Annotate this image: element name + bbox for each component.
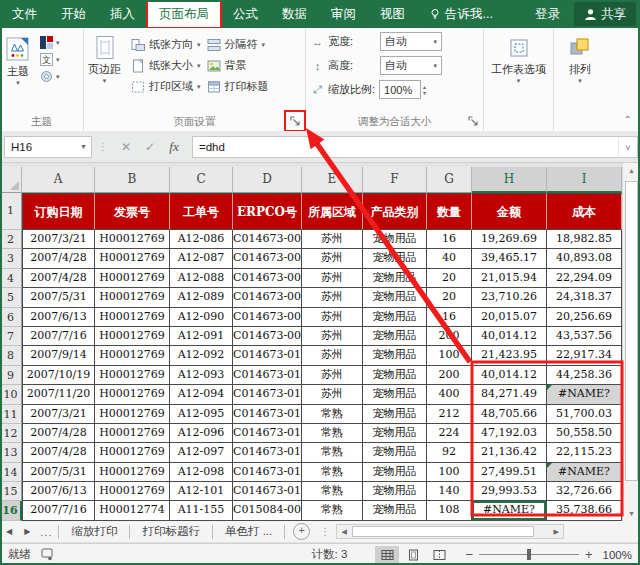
cell-C9[interactable]: A12-093 [170,366,233,385]
cell-F7[interactable]: 宠物用品 [363,327,427,346]
scroll-up-icon[interactable]: ▲ [623,167,640,174]
cell-D3[interactable]: C014673-005 [233,249,302,268]
cell-C5[interactable]: A12-089 [170,288,233,307]
cell-I8[interactable]: 22,917.34 [547,346,622,365]
cell-H3[interactable]: 39,465.17 [472,249,547,268]
cell-H12[interactable]: 47,192.03 [472,424,547,443]
cell-H11[interactable]: 48,705.66 [472,405,547,424]
col-header-H[interactable]: H [472,167,547,193]
ribbon-tab-审阅[interactable]: 审阅 [319,0,368,28]
cell-B7[interactable]: H00012769 [95,327,170,346]
cell-A11[interactable]: 2007/3/21 [22,405,95,424]
cell-C15[interactable]: A12-101 [170,482,233,501]
sheet-tab-缩放打印[interactable]: 缩放打印 [61,524,127,539]
cell-I6[interactable]: 20,256.69 [547,308,622,327]
cell-E10[interactable]: 苏州 [302,385,363,404]
cell-E2[interactable]: 苏州 [302,230,363,249]
cell-F15[interactable]: 宠物用品 [363,482,427,501]
ribbon-tab-登录[interactable]: 登录 [523,0,572,28]
cell-E12[interactable]: 常熟 [302,424,363,443]
sheet-options-button[interactable]: 工作表选项 ▾ [487,33,550,86]
ribbon-tab-告诉我...[interactable]: 告诉我... [417,0,505,28]
cell-C11[interactable]: A12-095 [170,405,233,424]
cell-F8[interactable]: 宠物用品 [363,346,427,365]
cell-B11[interactable]: H00012769 [95,405,170,424]
cell-C16[interactable]: A11-155 [170,501,233,520]
cell-F14[interactable]: 宠物用品 [363,463,427,482]
themes-button[interactable]: 主题 ▾ [0,33,36,88]
row-header-5[interactable]: 5 [0,288,22,307]
cell-C13[interactable]: A12-097 [170,443,233,462]
cell-G12[interactable]: 224 [427,424,472,443]
theme-colors-button[interactable]: ▾ [40,36,60,49]
cell-G14[interactable]: 100 [427,463,472,482]
cell-G13[interactable]: 92 [427,443,472,462]
cell-A13[interactable]: 2007/4/28 [22,443,95,462]
breaks-button[interactable]: 分隔符 ▾ [207,37,269,52]
cancel-formula-button[interactable]: ✕ [114,140,138,154]
ribbon-tab-文件[interactable]: 文件 [0,0,49,28]
cell-C10[interactable]: A12-094 [170,385,233,404]
cell-F6[interactable]: 宠物用品 [363,308,427,327]
row-header-3[interactable]: 3 [0,249,22,268]
name-box[interactable]: H16 ▼ [4,136,92,158]
cell-C2[interactable]: A12-086 [170,230,233,249]
cell-F12[interactable]: 宠物用品 [363,424,427,443]
scroll-down-icon[interactable]: ▼ [623,510,640,517]
chevron-down-icon[interactable]: ▼ [80,143,87,150]
cell-C1[interactable]: 工单号 [170,193,233,230]
cell-C8[interactable]: A12-092 [170,346,233,365]
prev-sheet-icon[interactable]: ◀ [0,527,18,536]
cell-E4[interactable]: 苏州 [302,269,363,288]
row-header-8[interactable]: 8 [0,346,22,365]
cell-H10[interactable]: 84,271.49 [472,385,547,404]
cell-E11[interactable]: 常熟 [302,405,363,424]
scroll-left-icon[interactable]: ◀ [337,525,351,538]
cell-G5[interactable]: 20 [427,288,472,307]
cell-I2[interactable]: 18,982.85 [547,230,622,249]
row-header-13[interactable]: 13 [0,443,22,462]
zoom-in-button[interactable]: + [585,550,593,560]
next-sheet-icon[interactable]: ▶ [18,527,36,536]
cell-A7[interactable]: 2007/7/16 [22,327,95,346]
cell-H14[interactable]: 27,499.51 [472,463,547,482]
zoom-out-button[interactable]: − [465,550,473,560]
cell-G8[interactable]: 100 [427,346,472,365]
page-layout-view-button[interactable] [401,546,425,564]
cell-G11[interactable]: 212 [427,405,472,424]
ribbon-tab-插入[interactable]: 插入 [98,0,147,28]
cell-C6[interactable]: A12-090 [170,308,233,327]
cell-E14[interactable]: 常熟 [302,463,363,482]
col-header-C[interactable]: C [170,167,233,193]
cell-E5[interactable]: 苏州 [302,288,363,307]
sheet-tab-单色打 ...[interactable]: 单色打 ... [215,524,282,539]
macro-record-icon[interactable] [41,548,54,561]
cell-F5[interactable]: 宠物用品 [363,288,427,307]
cell-A5[interactable]: 2007/5/31 [22,288,95,307]
cell-E13[interactable]: 常熟 [302,443,363,462]
zoom-percentage[interactable]: 100% [603,549,632,561]
cell-H5[interactable]: 23,710.26 [472,288,547,307]
cell-G6[interactable]: 16 [427,308,472,327]
page-break-view-button[interactable] [427,546,451,564]
scale-value-input[interactable]: 100% [379,80,421,99]
cell-A15[interactable]: 2007/6/13 [22,482,95,501]
width-dropdown[interactable]: 自动 ▾ [380,32,442,51]
cell-H2[interactable]: 19,269.69 [472,230,547,249]
scale-to-fit-dialog-launcher[interactable] [466,114,480,128]
page-setup-dialog-launcher[interactable] [288,114,302,128]
cell-E7[interactable]: 苏州 [302,327,363,346]
cell-B10[interactable]: H00012769 [95,385,170,404]
horizontal-scrollbar[interactable]: ◀ ▶ [336,524,564,539]
row-header-11[interactable]: 11 [0,405,22,424]
cell-I16[interactable]: 35,738.66 [547,501,622,520]
zoom-slider[interactable] [479,549,579,560]
cell-E16[interactable]: 常熟 [302,501,363,520]
col-header-E[interactable]: E [302,167,363,193]
cell-D13[interactable]: C014673-015 [233,443,302,462]
scroll-right-icon[interactable]: ▶ [549,525,563,538]
cell-A2[interactable]: 2007/3/21 [22,230,95,249]
cell-F1[interactable]: 产品类别 [363,193,427,230]
cell-A12[interactable]: 2007/4/28 [22,424,95,443]
normal-view-button[interactable] [375,546,399,564]
